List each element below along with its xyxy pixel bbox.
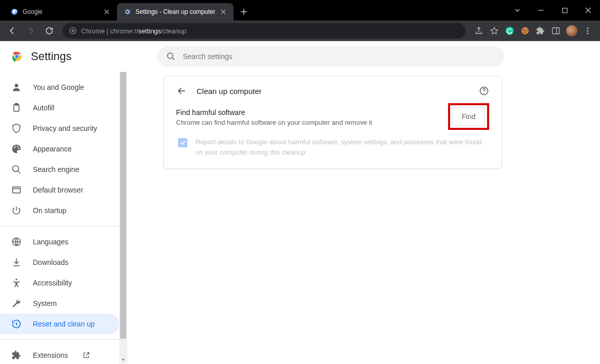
shield-icon <box>11 123 22 133</box>
sidebar-item-label: Autofill <box>33 104 54 112</box>
tab-title: Settings - Clean up computer <box>136 8 215 15</box>
search-icon <box>166 52 176 61</box>
page-title: Settings <box>31 50 72 63</box>
sidebar-item-label: Privacy and security <box>33 124 97 132</box>
back-button[interactable] <box>4 23 21 39</box>
back-arrow-button[interactable] <box>176 85 187 97</box>
side-panel-icon[interactable] <box>551 26 561 36</box>
bookmark-star-icon[interactable] <box>489 26 499 36</box>
accessibility-icon <box>11 278 22 288</box>
toolbar-actions <box>471 25 596 36</box>
new-tab-button[interactable] <box>237 5 251 19</box>
settings-content: Clean up computer Find harmful software … <box>127 72 600 364</box>
sidebar-item-label: System <box>33 299 57 308</box>
sidebar-item-label: Appearance <box>33 145 72 153</box>
close-icon[interactable] <box>219 8 227 16</box>
svg-point-9 <box>525 32 526 33</box>
svg-point-18 <box>15 84 18 87</box>
sidebar-item-languages[interactable]: Languages <box>0 232 119 252</box>
sidebar-item-autofill[interactable]: Autofill <box>0 98 119 118</box>
sidebar-item-label: Reset and clean up <box>33 320 95 328</box>
sidebar-item-reset-cleanup[interactable]: Reset and clean up <box>0 314 119 334</box>
sidebar-item-on-startup[interactable]: On startup <box>0 200 119 221</box>
svg-point-23 <box>17 146 18 148</box>
profile-avatar[interactable] <box>566 25 577 36</box>
clipboard-icon <box>11 103 22 113</box>
extension-grammarly-icon[interactable] <box>505 26 515 36</box>
svg-point-17 <box>168 53 173 59</box>
tab-google[interactable]: Google <box>4 3 117 21</box>
puzzle-icon <box>11 350 22 360</box>
minimize-button[interactable] <box>529 0 553 21</box>
help-icon[interactable] <box>479 86 489 96</box>
card-title: Clean up computer <box>197 87 262 95</box>
sidebar-item-appearance[interactable]: Appearance <box>0 139 119 159</box>
sidebar-scrollbar[interactable] <box>119 72 127 364</box>
close-icon[interactable] <box>103 8 111 16</box>
scroll-down-arrow-icon[interactable] <box>119 356 127 364</box>
report-details-row: Report details to Google about harmful s… <box>176 130 489 157</box>
external-link-icon <box>82 351 90 359</box>
svg-rect-4 <box>72 29 73 33</box>
sidebar-item-downloads[interactable]: Downloads <box>0 252 119 273</box>
tab-title: Google <box>23 8 99 15</box>
svg-point-11 <box>587 27 588 29</box>
svg-point-25 <box>13 166 19 172</box>
svg-point-13 <box>587 32 588 34</box>
settings-body: You and Google Autofill Privacy and secu… <box>0 72 600 364</box>
sidebar-item-privacy[interactable]: Privacy and security <box>0 118 119 139</box>
find-button[interactable]: Find <box>452 107 485 126</box>
person-icon <box>11 82 22 92</box>
svg-point-12 <box>587 30 588 31</box>
site-info-icon[interactable] <box>69 27 77 35</box>
forward-button[interactable] <box>23 23 39 39</box>
svg-point-21 <box>14 147 15 149</box>
google-favicon <box>10 8 18 16</box>
search-settings-box[interactable] <box>157 46 504 67</box>
settings-sidebar: You and Google Autofill Privacy and secu… <box>0 72 119 364</box>
sidebar-item-extensions[interactable]: Extensions <box>0 345 119 364</box>
window-titlebar: Google Settings - Clean up computer <box>0 0 600 21</box>
chrome-menu-icon[interactable] <box>583 26 593 36</box>
scroll-thumb[interactable] <box>120 72 126 339</box>
extensions-puzzle-icon[interactable] <box>535 26 546 36</box>
tab-settings-cleanup[interactable]: Settings - Clean up computer <box>117 3 234 21</box>
browser-tabs: Google Settings - Clean up computer <box>0 3 251 21</box>
search-input[interactable] <box>183 52 495 61</box>
svg-point-24 <box>18 148 20 149</box>
reload-button[interactable] <box>41 23 57 39</box>
browser-window-icon <box>11 185 22 195</box>
sidebar-item-label: You and Google <box>33 83 84 91</box>
share-icon[interactable] <box>474 26 484 36</box>
sidebar-item-accessibility[interactable]: Accessibility <box>0 273 119 293</box>
section-subtitle: Chrome can find harmful software on your… <box>176 119 438 126</box>
chevron-down-icon[interactable] <box>506 0 529 21</box>
sidebar-item-system[interactable]: System <box>0 293 119 314</box>
svg-rect-1 <box>563 8 567 13</box>
browser-toolbar: Chrome | chrome://settings/cleanup <box>0 21 600 41</box>
sidebar-item-label: Default browser <box>33 186 83 194</box>
svg-point-22 <box>15 146 16 147</box>
sidebar-item-label: Languages <box>33 238 68 246</box>
svg-point-28 <box>15 279 17 280</box>
sidebar-divider <box>0 226 119 226</box>
svg-point-30 <box>483 92 485 93</box>
close-window-button[interactable] <box>576 0 600 21</box>
maximize-button[interactable] <box>553 0 576 21</box>
chrome-logo-icon <box>10 50 24 63</box>
extension-cookie-icon[interactable] <box>520 26 530 36</box>
report-checkbox-label: Report details to Google about harmful s… <box>196 137 489 157</box>
sidebar-item-you-and-google[interactable]: You and Google <box>0 77 119 98</box>
download-icon <box>11 257 22 267</box>
sidebar-item-label: Downloads <box>33 258 68 266</box>
wrench-icon <box>11 298 22 309</box>
cleanup-card: Clean up computer Find harmful software … <box>163 76 502 169</box>
sidebar-item-default-browser[interactable]: Default browser <box>0 180 119 200</box>
report-checkbox[interactable] <box>178 138 187 147</box>
settings-header: Settings <box>0 41 600 72</box>
settings-gear-icon <box>123 8 131 16</box>
restore-icon <box>11 319 22 329</box>
sidebar-item-search-engine[interactable]: Search engine <box>0 159 119 180</box>
power-icon <box>11 205 22 216</box>
address-bar[interactable]: Chrome | chrome://settings/cleanup <box>63 23 466 39</box>
